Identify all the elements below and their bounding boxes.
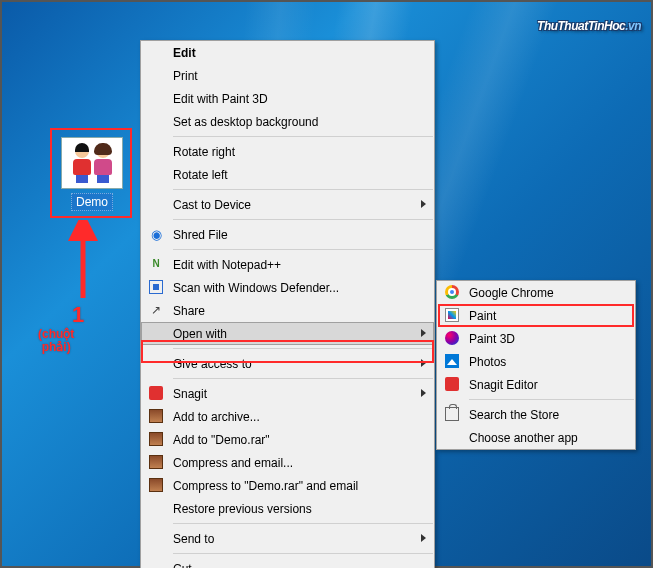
menu-rotate-right[interactable]: Rotate right bbox=[141, 140, 434, 163]
paint-icon bbox=[444, 307, 460, 323]
desktop-file-icon[interactable]: Demo bbox=[54, 135, 130, 213]
openwith-search-store[interactable]: Search the Store bbox=[437, 403, 635, 426]
submenu-arrow-icon bbox=[421, 389, 426, 397]
menu-compress-email[interactable]: Compress and email... bbox=[141, 451, 434, 474]
openwith-choose-another[interactable]: Choose another app bbox=[437, 426, 635, 449]
snagit-icon bbox=[148, 385, 164, 401]
photos-icon bbox=[444, 353, 460, 369]
menu-rotate-left[interactable]: Rotate left bbox=[141, 163, 434, 186]
menu-shred-file[interactable]: ◉Shred File bbox=[141, 223, 434, 246]
openwith-chrome[interactable]: Google Chrome bbox=[437, 281, 635, 304]
chrome-icon bbox=[444, 284, 460, 300]
separator bbox=[173, 249, 433, 250]
separator bbox=[173, 348, 433, 349]
notepadpp-icon: N bbox=[148, 256, 164, 272]
separator bbox=[173, 189, 433, 190]
separator bbox=[173, 136, 433, 137]
submenu-arrow-icon bbox=[421, 359, 426, 367]
menu-give-access[interactable]: Give access to bbox=[141, 352, 434, 375]
separator bbox=[173, 378, 433, 379]
winrar-icon bbox=[148, 454, 164, 470]
file-thumbnail bbox=[61, 137, 123, 189]
menu-cut[interactable]: Cut bbox=[141, 557, 434, 568]
watermark-text: ThuThuatTinHoc.vn bbox=[537, 6, 641, 37]
separator bbox=[173, 553, 433, 554]
menu-defender[interactable]: Scan with Windows Defender... bbox=[141, 276, 434, 299]
menu-send-to[interactable]: Send to bbox=[141, 527, 434, 550]
menu-snagit[interactable]: Snagit bbox=[141, 382, 434, 405]
menu-open-with[interactable]: Open with bbox=[141, 322, 434, 345]
defender-icon bbox=[148, 279, 164, 295]
openwith-snagit-editor[interactable]: Snagit Editor bbox=[437, 373, 635, 396]
file-label: Demo bbox=[71, 193, 113, 211]
separator bbox=[173, 219, 433, 220]
menu-share[interactable]: ↗Share bbox=[141, 299, 434, 322]
menu-set-background[interactable]: Set as desktop background bbox=[141, 110, 434, 133]
open-with-submenu: Google Chrome Paint Paint 3D Photos Snag… bbox=[436, 280, 636, 450]
menu-edit-paint3d[interactable]: Edit with Paint 3D bbox=[141, 87, 434, 110]
separator bbox=[469, 399, 634, 400]
share-icon: ↗ bbox=[148, 302, 164, 318]
winrar-icon bbox=[148, 477, 164, 493]
winrar-icon bbox=[148, 431, 164, 447]
arrow-1 bbox=[68, 220, 98, 300]
shred-icon: ◉ bbox=[148, 226, 164, 242]
openwith-paint3d[interactable]: Paint 3D bbox=[437, 327, 635, 350]
menu-notepadpp[interactable]: NEdit with Notepad++ bbox=[141, 253, 434, 276]
separator bbox=[173, 523, 433, 524]
annotation-1: 1 bbox=[72, 302, 84, 328]
menu-cast-to-device[interactable]: Cast to Device bbox=[141, 193, 434, 216]
submenu-arrow-icon bbox=[421, 534, 426, 542]
menu-add-archive[interactable]: Add to archive... bbox=[141, 405, 434, 428]
submenu-arrow-icon bbox=[421, 329, 426, 337]
winrar-icon bbox=[148, 408, 164, 424]
snagit-icon bbox=[444, 376, 460, 392]
menu-restore-versions[interactable]: Restore previous versions bbox=[141, 497, 434, 520]
menu-edit[interactable]: Edit bbox=[141, 41, 434, 64]
paint3d-icon bbox=[444, 330, 460, 346]
openwith-photos[interactable]: Photos bbox=[437, 350, 635, 373]
context-menu: Edit Print Edit with Paint 3D Set as des… bbox=[140, 40, 435, 568]
submenu-arrow-icon bbox=[421, 200, 426, 208]
menu-print[interactable]: Print bbox=[141, 64, 434, 87]
menu-compress-demo-email[interactable]: Compress to "Demo.rar" and email bbox=[141, 474, 434, 497]
store-icon bbox=[444, 406, 460, 422]
menu-add-demo-rar[interactable]: Add to "Demo.rar" bbox=[141, 428, 434, 451]
annotation-hint-1: (chuột phải) bbox=[38, 328, 74, 354]
openwith-paint[interactable]: Paint bbox=[437, 304, 635, 327]
